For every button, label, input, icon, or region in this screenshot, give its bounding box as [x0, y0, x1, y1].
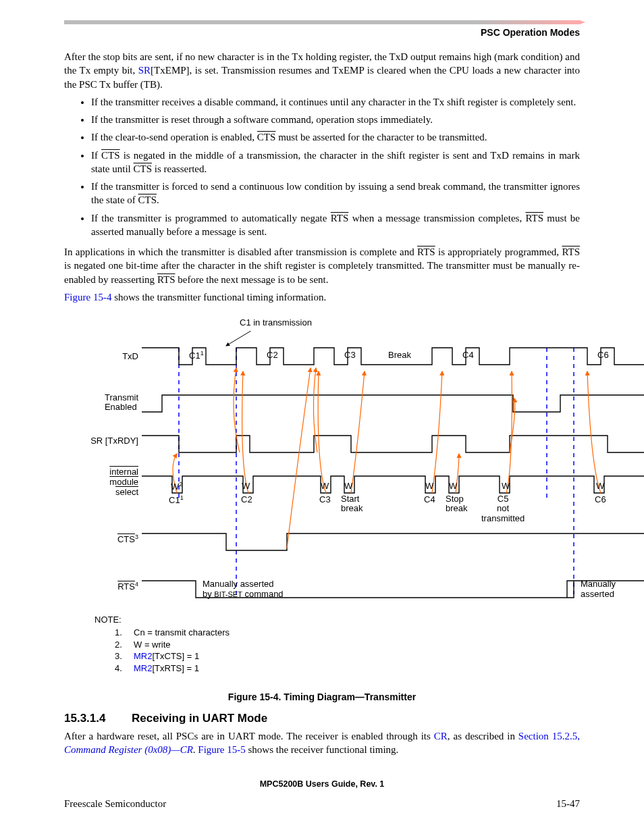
svg-line-4	[226, 331, 253, 346]
link-fig15-5[interactable]: Figure 15-5	[198, 744, 245, 755]
bullet-2: If the transmitter is reset through a so…	[91, 113, 580, 126]
txd-c4: C4	[462, 350, 474, 360]
rts-note-right: Manually asserted	[581, 579, 616, 600]
link-sr[interactable]: SR	[138, 65, 151, 76]
w8: W	[596, 481, 604, 491]
ims-c2: C2	[241, 494, 252, 504]
link-fig15-4[interactable]: Figure 15-4	[64, 292, 111, 303]
txd-c1: C11	[189, 350, 204, 361]
rts-note-left: Manually asserted by BIT-SET command	[203, 579, 284, 600]
txd-c6: C6	[597, 350, 609, 360]
w5: W	[425, 481, 433, 491]
row-txd: TxD	[64, 351, 138, 361]
ims-c6: C6	[595, 494, 606, 504]
notes: 1.Cn = transmit characters 2.W = write 3…	[115, 627, 230, 674]
row-sr: SR [TxRDY]	[64, 436, 138, 446]
txd-c3: C3	[344, 350, 356, 360]
bullet-3: If the clear-to-send operation is enable…	[91, 130, 580, 144]
ims-startbreak: Start break	[341, 494, 363, 514]
link-mr2-b[interactable]: MR2	[134, 663, 152, 673]
ims-c1: C11	[169, 494, 184, 505]
para-3: Figure 15-4 shows the transmitter functi…	[64, 290, 580, 304]
w6: W	[449, 481, 457, 491]
w2: W	[242, 481, 250, 491]
link-mr2-a[interactable]: MR2	[134, 651, 152, 661]
footer-left: Freescale Semiconductor	[64, 798, 166, 810]
figure-15-4: TxD Transmit Enabled SR [TxRDY] internal…	[64, 317, 580, 682]
figure-caption: Figure 15-4. Timing Diagram—Transmitter	[64, 692, 580, 702]
footer: MPC5200B Users Guide, Rev. 1 Freescale S…	[64, 779, 580, 810]
row-te: Transmit Enabled	[64, 393, 138, 413]
section-heading: 15.3.1.4Receiving in UART Mode	[64, 712, 580, 725]
para-1: After the stop bits are sent, if no new …	[64, 50, 580, 91]
para-2: In applications in which the transmitter…	[64, 245, 580, 286]
header-section-title: PSC Operation Modes	[64, 27, 580, 38]
ims-c5: C5 not transmitted	[481, 494, 525, 523]
ims-c4: C4	[424, 494, 435, 504]
bullet-5: If the transmitter is forced to send a c…	[91, 180, 580, 207]
w1: W2	[171, 481, 182, 492]
section-para: After a hardware reset, all PSCs are in …	[64, 729, 580, 757]
ims-c3: C3	[319, 494, 331, 504]
ims-stopbreak: Stop break	[446, 494, 468, 514]
row-rts: RTS4	[64, 581, 138, 592]
bullet-1: If the transmitter receives a disable co…	[91, 95, 580, 109]
bullet-4: If CTS is negated in the middle of a tra…	[91, 149, 580, 176]
txd-c2: C2	[267, 350, 278, 360]
bullet-6: If the transmitter is programmed to auto…	[91, 211, 580, 239]
bullet-list: If the transmitter receives a disable co…	[91, 95, 580, 238]
header-rule	[64, 20, 580, 24]
link-cr[interactable]: CR	[434, 731, 448, 741]
footer-right: 15-47	[556, 798, 580, 810]
w3: W	[321, 481, 329, 491]
timing-svg	[142, 331, 644, 615]
w4: W	[344, 481, 352, 491]
footer-mid: MPC5200B Users Guide, Rev. 1	[64, 779, 580, 789]
row-ims: internal module select	[64, 467, 138, 498]
w7: W	[502, 481, 510, 491]
c1-in-transmission: C1 in transmission	[240, 317, 312, 328]
note-heading: NOTE:	[95, 615, 122, 625]
txd-break: Break	[388, 350, 411, 360]
row-cts: CTS3	[64, 533, 138, 544]
